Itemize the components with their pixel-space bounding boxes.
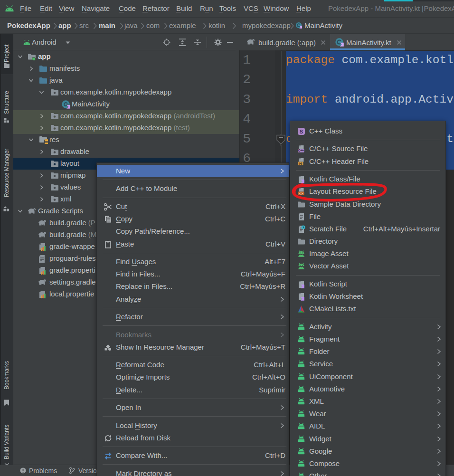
svg-text:S: S [300, 129, 303, 134]
svg-text:C++: C++ [298, 149, 304, 152]
svg-text:H: H [299, 161, 302, 165]
